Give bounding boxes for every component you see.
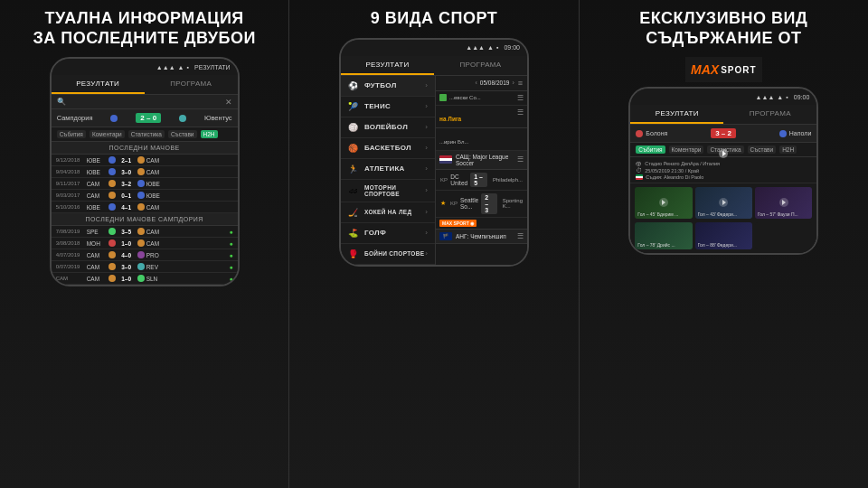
section-last-matches: ПОСЛЕДНИ МАЧОВЕ bbox=[52, 142, 238, 155]
team-logo bbox=[108, 156, 116, 164]
match-tabs[interactable]: Събития Коментари Статистика Състави H2H bbox=[52, 127, 238, 142]
status-time: 09:00 bbox=[504, 44, 520, 51]
team-logo bbox=[137, 275, 145, 282]
play-icon bbox=[719, 149, 728, 158]
team-logo bbox=[137, 228, 145, 235]
maxsport-logo-area: MAX SPORT bbox=[685, 57, 762, 82]
sport-item-athletics[interactable]: 🏃 АТЛЕТИКА › bbox=[341, 159, 435, 180]
team-logo bbox=[108, 251, 116, 258]
chevron-left-icon[interactable]: ‹ bbox=[475, 80, 476, 86]
sport-item-hockey[interactable]: 🏒 ХОКЕЙ НА ЛЕД › bbox=[341, 202, 435, 223]
play-triangle bbox=[722, 200, 726, 205]
list-icon3[interactable]: ☰ bbox=[517, 155, 524, 164]
signal-icon: ▲▲▲ bbox=[756, 94, 775, 100]
tab-stats[interactable]: Статистика bbox=[128, 130, 165, 138]
phone1-content: 🔍 ✕ Сампдория 2 – 0 Ювентус Събития Коме… bbox=[52, 95, 238, 285]
tab-events3[interactable]: Събития bbox=[636, 145, 665, 154]
panel1-title: ТУАЛНА ИНФОРМАЦИЯЗА ПОСЛЕДНИТЕ ДВУБОИ bbox=[33, 9, 255, 48]
team-logo bbox=[108, 239, 116, 247]
sport-label: ВОЛЕЙБОЛ bbox=[364, 123, 425, 131]
tab-program[interactable]: ПРОГРАМА bbox=[434, 56, 527, 75]
league-name-eng: АНГ: Чемпиъншип bbox=[456, 233, 517, 239]
video-row1: Гол – 45' Бдерим ... Гол – 43' Федери...… bbox=[630, 183, 816, 222]
team-logo bbox=[137, 168, 145, 175]
phone1-tab-bar[interactable]: РЕЗУЛТАТИ ПРОГРАМА bbox=[52, 75, 238, 95]
tab-program[interactable]: ПРОГРАМА bbox=[145, 75, 238, 94]
league-badge bbox=[439, 94, 447, 101]
away-logo3 bbox=[779, 130, 787, 137]
sport-item-volleyball[interactable]: 🏐 ВОЛЕЙБОЛ › bbox=[341, 117, 435, 138]
wifi-icon: ▲ bbox=[777, 94, 783, 100]
filter-icon[interactable]: ≡ bbox=[518, 79, 523, 88]
tab-squads3[interactable]: Състави bbox=[748, 145, 777, 154]
sport-item-golf[interactable]: ⛳ ГОЛФ › bbox=[341, 223, 435, 244]
home-team-usa1: DC United bbox=[450, 174, 467, 186]
phone3-status-bar: ▲▲▲ ▲ ▪ 09:00 bbox=[630, 89, 816, 105]
table-row: 9/03/2017 CAM 0–1 ЮВЕ bbox=[52, 190, 238, 202]
signal-icon: ▲▲▲ bbox=[156, 64, 175, 70]
video-thumb-4[interactable]: Гол – 78' Дрийс ... bbox=[635, 222, 692, 249]
list-icon4[interactable]: ☰ bbox=[517, 232, 524, 240]
team-logo bbox=[108, 228, 116, 235]
video-thumb-1[interactable]: Гол – 45' Бдерим ... bbox=[635, 187, 692, 219]
play-triangle bbox=[722, 151, 726, 156]
video-thumb-2[interactable]: Гол – 43' Федери... bbox=[695, 187, 752, 219]
tab-squads[interactable]: Състави bbox=[168, 130, 197, 138]
arrow-icon: › bbox=[425, 186, 428, 194]
italian-league-label: на Лига bbox=[439, 116, 461, 122]
sport-item-tennis[interactable]: 🎾 ТЕНИС › bbox=[341, 97, 435, 117]
table-row: 9/04/2018 ЮВЕ 3–0 CAM bbox=[52, 166, 238, 178]
phone3-tab-bar[interactable]: РЕЗУЛТАТИ ПРОГРАМА bbox=[630, 105, 816, 125]
sport-item-basketball[interactable]: 🏀 БАСКЕТБОЛ › bbox=[341, 138, 435, 159]
tab-h2h[interactable]: H2H bbox=[201, 130, 218, 138]
video-row2: Гол – 78' Дрийс ... Гол – 88' Федери... bbox=[630, 222, 816, 253]
phone2-tab-bar[interactable]: РЕЗУЛТАТИ ПРОГРАМА bbox=[341, 56, 527, 76]
list-item: KP DC United 1 – 5 Philadelph... bbox=[436, 170, 527, 191]
tab-results[interactable]: РЕЗУЛТАТИ bbox=[52, 75, 145, 94]
match3-result-row: Болоня 3 – 2 Наполи bbox=[630, 125, 816, 143]
tab-program[interactable]: ПРОГРАМА bbox=[723, 105, 816, 124]
arrow-icon: › bbox=[425, 81, 428, 89]
match-type: KP bbox=[440, 177, 448, 183]
video-thumb-5[interactable]: Гол – 88' Федери... bbox=[695, 222, 752, 249]
sport-item-motorsport[interactable]: 🏎 МОТОРНИ СПОРТОВЕ › bbox=[341, 180, 435, 202]
tab-h2h3[interactable]: H2H bbox=[779, 145, 797, 154]
team-logo bbox=[137, 156, 145, 164]
usa-flag bbox=[439, 155, 452, 164]
sport-label: ХОКЕЙ НА ЛЕД bbox=[364, 209, 425, 215]
panel-sports: 9 ВИДА СПОРТ ▲▲▲ ▲ ▪ 09:00 РЕЗУЛТАТИ ПРО… bbox=[288, 0, 578, 488]
away-team-usa2: Sporting K... bbox=[503, 198, 523, 209]
home-logo3 bbox=[636, 130, 643, 137]
arrow-icon: › bbox=[425, 249, 428, 258]
phone2-status-bar: ▲▲▲ ▲ ▪ 09:00 bbox=[341, 40, 527, 56]
tab-comments[interactable]: Коментари bbox=[90, 130, 125, 138]
eng-league-header: 🏴 АНГ: Чемпиъншип ☰ bbox=[436, 230, 527, 244]
close-icon[interactable]: ✕ bbox=[225, 98, 232, 107]
match-result-row: Сампдория 2 – 0 Ювентус bbox=[52, 109, 238, 127]
sport-label: БАСКЕТБОЛ bbox=[364, 144, 425, 152]
sport-item-combat[interactable]: 🥊 БОЙНИ СПОРТОВЕ › bbox=[341, 244, 435, 265]
chevron-right-icon[interactable]: › bbox=[512, 80, 514, 86]
list-icon2[interactable]: ☰ bbox=[517, 108, 524, 117]
sports-sidebar: ⚽ ФУТБОЛ › 🎾 ТЕНИС › 🏐 ВОЛЕЙБОЛ › bbox=[341, 76, 436, 265]
tab-results[interactable]: РЕЗУЛТАТИ bbox=[630, 105, 723, 124]
section-sampdoria-matches: ПОСЛЕДНИ МАЧОВЕ САМПДОРИЯ bbox=[52, 213, 238, 226]
motorsport-icon: 🏎 bbox=[348, 185, 359, 196]
maxsport-row: MAX SPORT ◉ bbox=[436, 218, 527, 230]
team-logo bbox=[108, 263, 116, 270]
leagues-panel: ‹ 05/08/2019 › ≡ ...евски Со... ☰ на Лиг… bbox=[436, 76, 527, 265]
tab-events[interactable]: Събития bbox=[57, 130, 86, 138]
video-label-3: Гол – 57' Фаузи П... bbox=[758, 211, 809, 217]
table-row: 9/11/2017 CAM 3–2 ЮВЕ bbox=[52, 178, 238, 190]
list-icon[interactable]: ☰ bbox=[517, 94, 524, 102]
clock-icon: ⏱ bbox=[636, 167, 642, 174]
sport-item-football[interactable]: ⚽ ФУТБОЛ › bbox=[341, 76, 435, 97]
home-team: Сампдория bbox=[57, 114, 93, 122]
venue-info: 🏟 Стадио Ренато ДелАра / Италия ⏱ 25/05/… bbox=[630, 157, 816, 183]
play-icon bbox=[719, 198, 728, 207]
tab-comments3[interactable]: Коментари bbox=[669, 145, 704, 154]
video-thumb-3[interactable]: Гол – 57' Фаузи П... bbox=[755, 187, 812, 219]
away-team3: Наполи bbox=[779, 130, 811, 137]
athletics-icon: 🏃 bbox=[348, 164, 359, 174]
tab-results[interactable]: РЕЗУЛТАТИ bbox=[341, 56, 434, 75]
